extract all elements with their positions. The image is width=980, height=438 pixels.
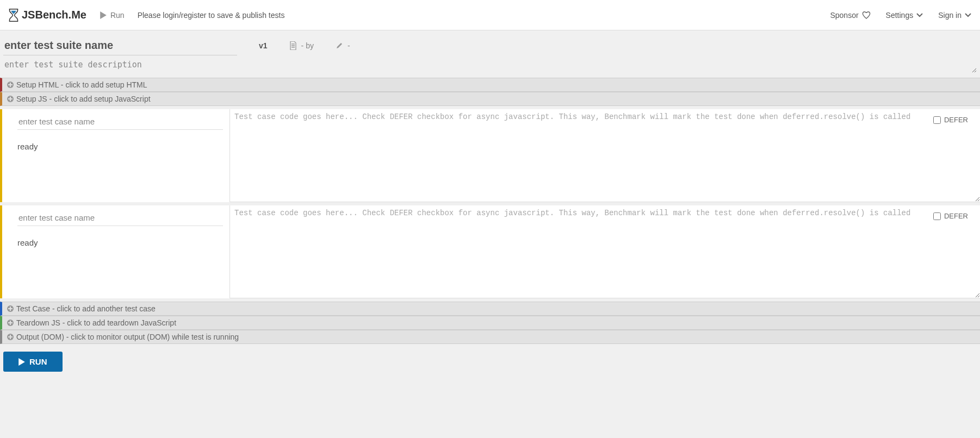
nav-signin-label: Sign in [938,11,962,20]
suite-description-input[interactable] [3,55,977,73]
testcase-left: ready [2,109,230,202]
nav-sponsor[interactable]: Sponsor [830,11,870,20]
teardown-js-bar[interactable]: Teardown JS - click to add teardown Java… [0,316,980,330]
nav-run-link[interactable]: Run [100,11,125,20]
plus-circle-icon [7,95,14,103]
nav-settings[interactable]: Settings [886,11,923,20]
setup-js-label: Setup JS - click to add setup JavaScript [16,95,151,103]
defer-checkbox[interactable] [933,212,941,220]
plus-circle-icon [7,81,14,89]
suite-edit-meta[interactable]: - [336,41,350,50]
play-icon [100,11,107,19]
hourglass-icon [9,9,18,22]
defer-label: DEFER [944,116,968,124]
defer-label: DEFER [944,212,968,220]
top-nav: JSBench.Me Run Please login/register to … [0,0,980,30]
suite-name-input[interactable] [3,36,237,55]
output-dom-bar[interactable]: Output (DOM) - click to monitor output (… [0,330,980,344]
nav-run-label: Run [110,11,125,20]
plus-circle-icon [7,333,14,341]
play-icon [18,358,25,366]
nav-signin[interactable]: Sign in [938,11,971,20]
setup-js-bar[interactable]: Setup JS - click to add setup JavaScript [0,92,980,106]
setup-html-bar[interactable]: Setup HTML - click to add setup HTML [0,78,980,92]
chevron-down-icon [916,13,923,17]
chevron-down-icon [965,13,971,17]
testcase-left: ready [2,205,230,298]
brand-text: JSBench.Me [22,9,86,21]
testcase-code-input[interactable] [230,109,980,202]
nav-settings-label: Settings [886,11,914,20]
testcases-container: readyDEFERreadyDEFER [0,109,980,298]
suite-author-meta: - by [289,41,314,50]
suite-by-label: - by [301,41,314,50]
testcase-right: DEFER [230,109,980,202]
pencil-icon [336,42,343,49]
document-icon [289,41,297,50]
add-testcase-bar[interactable]: Test Case - click to add another test ca… [0,302,980,316]
login-message: Please login/register to save & publish … [138,11,285,20]
testcase: readyDEFER [0,205,980,298]
setup-html-label: Setup HTML - click to add setup HTML [16,80,147,89]
testcase-name-input[interactable] [17,114,223,130]
add-testcase-label: Test Case - click to add another test ca… [16,304,156,313]
brand-logo[interactable]: JSBench.Me [9,9,86,22]
defer-toggle[interactable]: DEFER [931,115,970,125]
suite-header: v1 - by - [0,30,980,78]
teardown-js-label: Teardown JS - click to add teardown Java… [16,318,176,327]
testcase-right: DEFER [230,205,980,298]
testcase-status: ready [17,142,223,151]
suite-edit-label: - [348,41,350,50]
testcase-code-input[interactable] [230,205,980,298]
suite-version: v1 [259,41,268,50]
testcase-name-input[interactable] [17,210,223,226]
plus-circle-icon [7,319,14,327]
plus-circle-icon [7,305,14,312]
nav-sponsor-label: Sponsor [830,11,858,20]
testcase-status: ready [17,238,223,247]
output-dom-label: Output (DOM) - click to monitor output (… [16,333,239,341]
testcase: readyDEFER [0,109,980,202]
defer-toggle[interactable]: DEFER [931,211,970,221]
run-button[interactable]: RUN [3,352,63,372]
run-button-label: RUN [29,357,47,366]
heart-icon [862,11,871,19]
defer-checkbox[interactable] [933,116,941,124]
